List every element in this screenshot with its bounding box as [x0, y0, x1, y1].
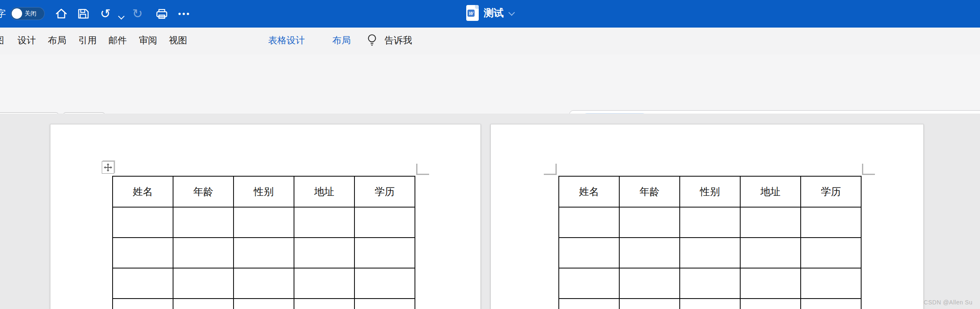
tab-design[interactable]: 设计	[18, 34, 36, 47]
more-options-icon[interactable]: •••	[178, 7, 191, 20]
document-title-group[interactable]: W 测试	[466, 5, 513, 21]
header-cell-address[interactable]: 地址	[294, 176, 354, 207]
print-icon[interactable]	[156, 7, 168, 20]
header-cell-education[interactable]: 学历	[801, 176, 861, 207]
document-title[interactable]: 测试	[484, 6, 504, 20]
home-icon[interactable]	[55, 7, 68, 20]
header-cell-gender[interactable]: 性别	[234, 176, 294, 207]
title-chevron-icon[interactable]	[508, 9, 515, 16]
header-cell-age[interactable]: 年龄	[173, 176, 234, 207]
undo-icon[interactable]: ↺	[100, 7, 111, 20]
ribbon-tab-bar: 图 设计 布局 引用 邮件 审阅 视图 表格设计 布局 告诉我	[0, 28, 980, 54]
tab-table-design[interactable]: 表格设计	[268, 34, 305, 47]
table-header-row: 姓名 年龄 性别 地址 学历	[559, 176, 861, 207]
header-cell-name[interactable]: 姓名	[559, 176, 619, 207]
word-app-window: 字 关闭 ↺ ↻ ••• W 测试 图 设计 布局 引用	[0, 0, 980, 309]
header-cell-address[interactable]: 地址	[740, 176, 801, 207]
margin-corner-mark	[862, 164, 875, 175]
toggle-label: 关闭	[25, 10, 36, 18]
tab-review[interactable]: 审阅	[139, 34, 157, 47]
tab-layout[interactable]: 布局	[48, 34, 66, 47]
table-row	[559, 238, 861, 268]
toggle-knob	[12, 8, 22, 19]
page-2: 姓名 年龄 性别 地址 学历	[490, 124, 924, 309]
csdn-watermark: CSDN @Allen Su	[924, 299, 972, 306]
ribbon: 等线 (中文... 五号 A A Aa A abcA A	[0, 54, 980, 114]
tab-references[interactable]: 引用	[78, 34, 97, 47]
document-canvas: 姓名 年龄 性别 地址 学历	[0, 114, 980, 309]
word-logo-letter: W	[467, 10, 475, 17]
save-icon[interactable]	[77, 7, 90, 20]
ribbon-toggle[interactable]: 关闭	[10, 7, 45, 20]
table-row	[559, 207, 861, 238]
table-row	[559, 299, 861, 309]
table-row	[113, 207, 415, 238]
tab-tell-me[interactable]: 告诉我	[384, 34, 412, 47]
tab-overflow[interactable]: 图	[0, 34, 4, 47]
tab-table-layout[interactable]: 布局	[332, 34, 351, 47]
titlebar-overflow-char: 字	[0, 8, 6, 20]
tab-mailings[interactable]: 邮件	[108, 34, 127, 47]
table-move-handle-icon[interactable]	[102, 161, 114, 174]
header-cell-education[interactable]: 学历	[354, 176, 415, 207]
redo-icon: ↻	[132, 7, 143, 20]
header-cell-age[interactable]: 年龄	[619, 176, 680, 207]
margin-corner-mark	[416, 164, 429, 175]
tab-view[interactable]: 视图	[169, 34, 187, 47]
undo-chevron-icon[interactable]	[118, 10, 123, 23]
data-table-page1: 姓名 年龄 性别 地址 学历	[112, 176, 415, 309]
data-table-page2: 姓名 年龄 性别 地址 学历	[558, 176, 862, 309]
word-doc-icon: W	[466, 5, 479, 21]
header-cell-name[interactable]: 姓名	[113, 176, 173, 207]
table-row	[559, 268, 861, 299]
margin-corner-mark	[544, 164, 557, 175]
title-bar: 字 关闭 ↺ ↻ ••• W 测试	[0, 0, 980, 28]
table-row	[113, 268, 415, 299]
table-header-row: 姓名 年龄 性别 地址 学历	[113, 176, 415, 207]
page-1: 姓名 年龄 性别 地址 学历	[50, 124, 481, 309]
lightbulb-icon	[367, 33, 376, 46]
header-cell-gender[interactable]: 性别	[680, 176, 740, 207]
table-row	[113, 238, 415, 268]
table-row	[113, 299, 415, 309]
